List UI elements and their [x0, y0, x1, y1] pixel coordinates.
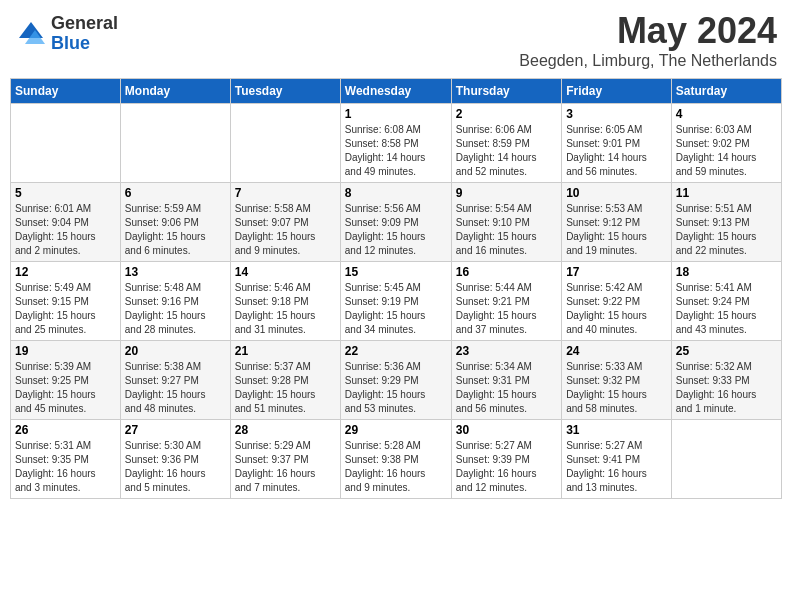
- calendar-cell: 23Sunrise: 5:34 AMSunset: 9:31 PMDayligh…: [451, 341, 561, 420]
- calendar-table: SundayMondayTuesdayWednesdayThursdayFrid…: [10, 78, 782, 499]
- day-info: Sunrise: 5:31 AMSunset: 9:35 PMDaylight:…: [15, 439, 116, 495]
- location-title: Beegden, Limburg, The Netherlands: [519, 52, 777, 70]
- calendar-cell: 25Sunrise: 5:32 AMSunset: 9:33 PMDayligh…: [671, 341, 781, 420]
- calendar-cell: [671, 420, 781, 499]
- week-row-1: 5Sunrise: 6:01 AMSunset: 9:04 PMDaylight…: [11, 183, 782, 262]
- calendar-cell: 31Sunrise: 5:27 AMSunset: 9:41 PMDayligh…: [562, 420, 672, 499]
- day-info: Sunrise: 5:48 AMSunset: 9:16 PMDaylight:…: [125, 281, 226, 337]
- calendar-cell: 24Sunrise: 5:33 AMSunset: 9:32 PMDayligh…: [562, 341, 672, 420]
- day-info: Sunrise: 6:05 AMSunset: 9:01 PMDaylight:…: [566, 123, 667, 179]
- calendar-cell: 13Sunrise: 5:48 AMSunset: 9:16 PMDayligh…: [120, 262, 230, 341]
- calendar-cell: 3Sunrise: 6:05 AMSunset: 9:01 PMDaylight…: [562, 104, 672, 183]
- day-info: Sunrise: 5:51 AMSunset: 9:13 PMDaylight:…: [676, 202, 777, 258]
- calendar-cell: 15Sunrise: 5:45 AMSunset: 9:19 PMDayligh…: [340, 262, 451, 341]
- calendar-cell: 14Sunrise: 5:46 AMSunset: 9:18 PMDayligh…: [230, 262, 340, 341]
- day-info: Sunrise: 5:56 AMSunset: 9:09 PMDaylight:…: [345, 202, 447, 258]
- calendar-cell: 16Sunrise: 5:44 AMSunset: 9:21 PMDayligh…: [451, 262, 561, 341]
- day-number: 25: [676, 344, 777, 358]
- calendar-cell: [120, 104, 230, 183]
- day-number: 19: [15, 344, 116, 358]
- day-number: 22: [345, 344, 447, 358]
- day-info: Sunrise: 5:28 AMSunset: 9:38 PMDaylight:…: [345, 439, 447, 495]
- svg-marker-0: [19, 22, 43, 38]
- day-info: Sunrise: 6:03 AMSunset: 9:02 PMDaylight:…: [676, 123, 777, 179]
- day-info: Sunrise: 5:36 AMSunset: 9:29 PMDaylight:…: [345, 360, 447, 416]
- day-info: Sunrise: 5:38 AMSunset: 9:27 PMDaylight:…: [125, 360, 226, 416]
- weekday-header-friday: Friday: [562, 79, 672, 104]
- calendar-cell: 7Sunrise: 5:58 AMSunset: 9:07 PMDaylight…: [230, 183, 340, 262]
- calendar-cell: 26Sunrise: 5:31 AMSunset: 9:35 PMDayligh…: [11, 420, 121, 499]
- weekday-header-wednesday: Wednesday: [340, 79, 451, 104]
- calendar-cell: 2Sunrise: 6:06 AMSunset: 8:59 PMDaylight…: [451, 104, 561, 183]
- day-info: Sunrise: 5:33 AMSunset: 9:32 PMDaylight:…: [566, 360, 667, 416]
- day-number: 14: [235, 265, 336, 279]
- calendar-body: 1Sunrise: 6:08 AMSunset: 8:58 PMDaylight…: [11, 104, 782, 499]
- week-row-0: 1Sunrise: 6:08 AMSunset: 8:58 PMDaylight…: [11, 104, 782, 183]
- logo-text: General Blue: [51, 14, 118, 54]
- day-number: 21: [235, 344, 336, 358]
- day-info: Sunrise: 5:45 AMSunset: 9:19 PMDaylight:…: [345, 281, 447, 337]
- calendar-cell: 21Sunrise: 5:37 AMSunset: 9:28 PMDayligh…: [230, 341, 340, 420]
- day-info: Sunrise: 5:29 AMSunset: 9:37 PMDaylight:…: [235, 439, 336, 495]
- day-number: 26: [15, 423, 116, 437]
- day-number: 3: [566, 107, 667, 121]
- logo-general: General: [51, 14, 118, 34]
- day-info: Sunrise: 5:30 AMSunset: 9:36 PMDaylight:…: [125, 439, 226, 495]
- day-info: Sunrise: 5:46 AMSunset: 9:18 PMDaylight:…: [235, 281, 336, 337]
- calendar-cell: [11, 104, 121, 183]
- calendar-cell: 9Sunrise: 5:54 AMSunset: 9:10 PMDaylight…: [451, 183, 561, 262]
- logo-blue: Blue: [51, 34, 118, 54]
- day-number: 20: [125, 344, 226, 358]
- week-row-3: 19Sunrise: 5:39 AMSunset: 9:25 PMDayligh…: [11, 341, 782, 420]
- calendar-cell: 19Sunrise: 5:39 AMSunset: 9:25 PMDayligh…: [11, 341, 121, 420]
- day-number: 27: [125, 423, 226, 437]
- day-number: 18: [676, 265, 777, 279]
- day-number: 8: [345, 186, 447, 200]
- day-info: Sunrise: 5:32 AMSunset: 9:33 PMDaylight:…: [676, 360, 777, 416]
- day-info: Sunrise: 5:39 AMSunset: 9:25 PMDaylight:…: [15, 360, 116, 416]
- weekday-header-sunday: Sunday: [11, 79, 121, 104]
- calendar-cell: 12Sunrise: 5:49 AMSunset: 9:15 PMDayligh…: [11, 262, 121, 341]
- calendar-cell: 5Sunrise: 6:01 AMSunset: 9:04 PMDaylight…: [11, 183, 121, 262]
- calendar-cell: 11Sunrise: 5:51 AMSunset: 9:13 PMDayligh…: [671, 183, 781, 262]
- day-number: 15: [345, 265, 447, 279]
- day-number: 5: [15, 186, 116, 200]
- title-block: May 2024 Beegden, Limburg, The Netherlan…: [519, 10, 777, 70]
- weekday-header-thursday: Thursday: [451, 79, 561, 104]
- day-number: 12: [15, 265, 116, 279]
- day-info: Sunrise: 5:54 AMSunset: 9:10 PMDaylight:…: [456, 202, 557, 258]
- calendar-cell: 29Sunrise: 5:28 AMSunset: 9:38 PMDayligh…: [340, 420, 451, 499]
- day-number: 31: [566, 423, 667, 437]
- day-info: Sunrise: 5:34 AMSunset: 9:31 PMDaylight:…: [456, 360, 557, 416]
- day-number: 9: [456, 186, 557, 200]
- calendar-cell: 18Sunrise: 5:41 AMSunset: 9:24 PMDayligh…: [671, 262, 781, 341]
- week-row-2: 12Sunrise: 5:49 AMSunset: 9:15 PMDayligh…: [11, 262, 782, 341]
- day-number: 11: [676, 186, 777, 200]
- calendar-cell: 30Sunrise: 5:27 AMSunset: 9:39 PMDayligh…: [451, 420, 561, 499]
- calendar-cell: 4Sunrise: 6:03 AMSunset: 9:02 PMDaylight…: [671, 104, 781, 183]
- calendar-cell: 17Sunrise: 5:42 AMSunset: 9:22 PMDayligh…: [562, 262, 672, 341]
- weekday-header-tuesday: Tuesday: [230, 79, 340, 104]
- day-number: 4: [676, 107, 777, 121]
- day-info: Sunrise: 5:27 AMSunset: 9:39 PMDaylight:…: [456, 439, 557, 495]
- day-info: Sunrise: 5:44 AMSunset: 9:21 PMDaylight:…: [456, 281, 557, 337]
- day-info: Sunrise: 6:06 AMSunset: 8:59 PMDaylight:…: [456, 123, 557, 179]
- day-info: Sunrise: 5:53 AMSunset: 9:12 PMDaylight:…: [566, 202, 667, 258]
- day-info: Sunrise: 5:49 AMSunset: 9:15 PMDaylight:…: [15, 281, 116, 337]
- calendar-cell: 1Sunrise: 6:08 AMSunset: 8:58 PMDaylight…: [340, 104, 451, 183]
- calendar-cell: 22Sunrise: 5:36 AMSunset: 9:29 PMDayligh…: [340, 341, 451, 420]
- day-number: 24: [566, 344, 667, 358]
- weekday-header-row: SundayMondayTuesdayWednesdayThursdayFrid…: [11, 79, 782, 104]
- day-number: 13: [125, 265, 226, 279]
- day-info: Sunrise: 5:27 AMSunset: 9:41 PMDaylight:…: [566, 439, 667, 495]
- day-number: 1: [345, 107, 447, 121]
- calendar-cell: [230, 104, 340, 183]
- day-number: 17: [566, 265, 667, 279]
- day-info: Sunrise: 6:01 AMSunset: 9:04 PMDaylight:…: [15, 202, 116, 258]
- calendar-cell: 10Sunrise: 5:53 AMSunset: 9:12 PMDayligh…: [562, 183, 672, 262]
- calendar-cell: 8Sunrise: 5:56 AMSunset: 9:09 PMDaylight…: [340, 183, 451, 262]
- day-info: Sunrise: 5:42 AMSunset: 9:22 PMDaylight:…: [566, 281, 667, 337]
- day-info: Sunrise: 5:58 AMSunset: 9:07 PMDaylight:…: [235, 202, 336, 258]
- day-info: Sunrise: 5:41 AMSunset: 9:24 PMDaylight:…: [676, 281, 777, 337]
- day-number: 29: [345, 423, 447, 437]
